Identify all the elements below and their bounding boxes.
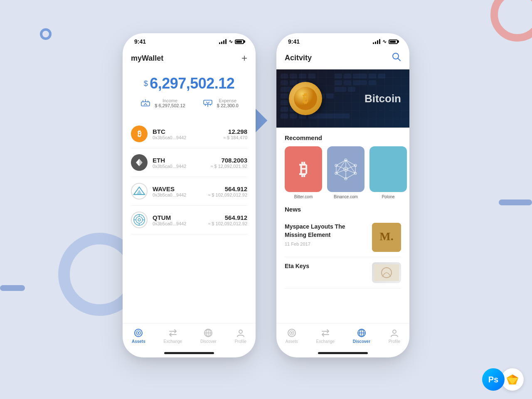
- status-time-activity: 9:41: [288, 38, 300, 45]
- qtum-usd: ≈ $ 102,092,012.92: [208, 221, 247, 226]
- battery-icon-2: [389, 39, 398, 44]
- coin-item-qtum[interactable]: QTUM 0x3b5ca0...9442 564.912 ≈ $ 102,092…: [131, 206, 247, 234]
- qtum-amount: 564.912: [208, 214, 247, 221]
- nav-item-profile-2[interactable]: Profile: [389, 328, 400, 344]
- status-bar-wallet: 9:41 ∿: [123, 33, 256, 48]
- income-info: Income $ 6,297,502.12: [155, 98, 185, 108]
- activity-title: Acitvity: [285, 54, 312, 62]
- bg-decoration-rect-1: [0, 285, 25, 291]
- add-wallet-button[interactable]: +: [241, 52, 247, 64]
- expense-value: $ 22,300.0: [217, 103, 239, 108]
- bg-decoration-circle-blue: [40, 28, 52, 40]
- news-item-2[interactable]: Eta Keys: [285, 257, 401, 288]
- svg-rect-69: [308, 113, 350, 118]
- hero-bitcoin-banner[interactable]: ₿ Bitcoin: [276, 69, 409, 128]
- news-1-date: 11 Feb 2017: [285, 241, 367, 246]
- svg-point-23: [138, 332, 139, 334]
- recommend-binance[interactable]: Binance.com: [327, 146, 365, 199]
- svg-rect-61: [281, 100, 288, 105]
- nav-item-exchange[interactable]: Exchange: [164, 328, 182, 344]
- btc-usd: ≈ $ 184,470: [223, 135, 247, 140]
- news-section-title: News: [276, 206, 409, 218]
- svg-rect-53: [360, 80, 367, 85]
- coin-item-btc[interactable]: ₿ BTC 0x3b5ca0...9442 12.298 ≈ $ 184,470: [131, 120, 247, 148]
- svg-rect-34: [299, 74, 306, 79]
- currency-symbol: $: [144, 79, 148, 88]
- profile-icon: [236, 328, 245, 337]
- coin-list: ₿ BTC 0x3b5ca0...9442 12.298 ≈ $ 184,470: [131, 120, 247, 323]
- polone-label: Polone: [382, 195, 394, 199]
- nav-item-profile[interactable]: Profile: [235, 328, 246, 344]
- eth-amount: 708.2003: [210, 157, 247, 164]
- news-2-title: Eta Keys: [285, 262, 367, 271]
- svg-rect-44: [353, 74, 360, 79]
- status-bar-activity: 9:41 ∿: [276, 33, 409, 48]
- svg-rect-32: [281, 74, 288, 79]
- news-item-1[interactable]: Myspace Layouts The Missing Element 11 F…: [285, 218, 401, 257]
- qtum-values: 564.912 ≈ $ 102,092,012.92: [208, 214, 247, 226]
- profile-icon-2: [390, 328, 399, 337]
- svg-rect-52: [378, 74, 385, 79]
- bottom-nav-wallet: Assets Exchange Discover: [123, 323, 256, 352]
- recommend-section-title: Recommend: [276, 134, 409, 146]
- assets-icon: [134, 328, 143, 337]
- signal-icon: [219, 39, 227, 44]
- news-1-info: Myspace Layouts The Missing Element 11 F…: [285, 223, 367, 246]
- eth-address: 0x3b5ca0...9442: [153, 164, 210, 169]
- search-button[interactable]: [392, 52, 401, 64]
- waves-icon: [131, 183, 148, 200]
- status-icons-wallet: ∿: [219, 39, 244, 44]
- btc-name: BTC: [153, 128, 223, 135]
- expense-stat: Expense $ 22,300.0: [202, 98, 239, 108]
- income-stat: Income $ 6,297,502.12: [140, 98, 185, 108]
- ps-label: Ps: [488, 375, 498, 384]
- coin-item-eth[interactable]: ETH 0x3b5ca0...9442 708.2003 ≈ $ 12,092,…: [131, 148, 247, 177]
- signal-icon-2: [373, 39, 380, 44]
- svg-text:M.: M.: [379, 230, 393, 243]
- waves-info: WAVES 0x3b5ca0...9442: [153, 185, 208, 197]
- income-value: $ 6,297,502.12: [155, 103, 185, 108]
- wallet-title: myWallet: [131, 54, 163, 63]
- svg-rect-50: [360, 74, 367, 79]
- nav-item-discover-2[interactable]: Discover: [353, 328, 370, 344]
- bottom-nav-activity: Assets Exchange Discov: [276, 323, 409, 352]
- activity-content: Acitvity: [276, 48, 409, 357]
- svg-rect-33: [290, 74, 297, 79]
- bitcoin-coin-image: ₿: [289, 82, 322, 115]
- recommend-polone[interactable]: Polone: [369, 146, 407, 199]
- svg-rect-43: [344, 74, 351, 79]
- svg-rect-36: [281, 80, 288, 85]
- svg-line-30: [398, 58, 400, 61]
- nav-item-assets[interactable]: Assets: [132, 328, 145, 344]
- balance-amount: 6,297,502.12: [150, 75, 234, 92]
- coin-item-waves[interactable]: WAVES 0x3b5ca0...9442 564.912 ≈ $ 102,09…: [131, 177, 247, 206]
- svg-rect-64: [281, 107, 288, 112]
- phones-container: 9:41 ∿ myWallet +: [123, 33, 409, 357]
- waves-amount: 564.912: [208, 185, 247, 192]
- svg-rect-51: [369, 74, 376, 79]
- nav-item-assets-2[interactable]: Assets: [286, 328, 298, 344]
- recommend-bitter[interactable]: ₿ Bitter.com: [285, 146, 322, 199]
- photoshop-badge: Ps: [482, 368, 505, 391]
- svg-rect-49: [348, 87, 355, 92]
- svg-rect-55: [281, 94, 288, 99]
- wallet-header: myWallet +: [131, 48, 247, 71]
- eth-name: ETH: [153, 157, 210, 164]
- income-icon: [140, 99, 151, 107]
- nav-item-exchange-2[interactable]: Exchange: [316, 328, 335, 344]
- nav-label-exchange-2: Exchange: [316, 339, 335, 344]
- svg-rect-42: [335, 74, 342, 79]
- sketch-badge: [501, 368, 524, 391]
- btc-values: 12.298 ≈ $ 184,470: [223, 128, 247, 140]
- home-indicator-2: [318, 352, 368, 354]
- svg-point-91: [291, 332, 293, 334]
- eth-info: ETH 0x3b5ca0...9442: [153, 157, 210, 169]
- phone-wallet: 9:41 ∿ myWallet +: [123, 33, 256, 357]
- wifi-icon-2: ∿: [382, 39, 387, 44]
- news-section: Myspace Layouts The Missing Element 11 F…: [276, 218, 409, 288]
- expense-icon: [202, 99, 214, 107]
- discover-icon-2: [357, 328, 366, 337]
- qtum-info: QTUM 0x3b5ca0...9442: [153, 214, 208, 226]
- waves-values: 564.912 ≈ $ 102,092,012.92: [208, 185, 247, 197]
- nav-item-discover[interactable]: Discover: [200, 328, 217, 344]
